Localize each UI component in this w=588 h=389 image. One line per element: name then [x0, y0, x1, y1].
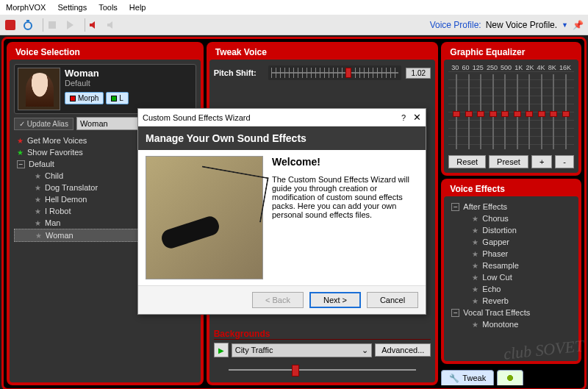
menu-morphvox[interactable]: MorphVOX: [6, 3, 46, 12]
stopwatch-icon[interactable]: [22, 19, 34, 31]
svg-rect-2: [26, 20, 29, 21]
effect-phaser[interactable]: ★Phaser: [448, 248, 574, 260]
update-alias-button[interactable]: ✓ Update Alias: [14, 118, 74, 130]
preferences-icon[interactable]: [4, 19, 16, 31]
eq-reset-button[interactable]: Reset: [448, 155, 486, 168]
backgrounds-header: Backgrounds: [214, 329, 431, 340]
gear-icon: [505, 373, 515, 383]
equalizer-panel: Graphic Equalizer 30601252505001K2K4K8K1…: [441, 42, 581, 176]
eq-band-125[interactable]: [476, 74, 486, 149]
eq-minus-button[interactable]: -: [555, 155, 574, 168]
next-button[interactable]: Next >: [309, 292, 361, 308]
menu-bar: MorphVOX Settings Tools Help: [0, 0, 588, 15]
svg-rect-0: [5, 20, 15, 30]
effect-lowcut[interactable]: ★Low Cut: [448, 271, 574, 283]
effect-distortion[interactable]: ★Distortion: [448, 224, 574, 236]
svg-point-1: [24, 22, 32, 29]
dialog-header: Manage Your Own Sound Effects: [138, 126, 426, 150]
speaker-icon[interactable]: [106, 19, 118, 31]
wrench-icon: 🔧: [449, 374, 459, 383]
eq-band-4k[interactable]: [537, 74, 547, 149]
chevron-down-icon[interactable]: ▼: [562, 21, 568, 29]
avatar: [18, 68, 60, 110]
voice-effects-panel: Voice Effects −After Effects ★Chorus ★Di…: [441, 179, 581, 364]
stop-icon[interactable]: [46, 19, 58, 31]
pin-icon[interactable]: 📌: [573, 20, 584, 30]
morph-button[interactable]: Morph: [65, 92, 104, 104]
pitch-slider[interactable]: [268, 65, 402, 80]
eq-band-8k[interactable]: [548, 74, 559, 149]
eq-band-30[interactable]: [451, 74, 462, 149]
play-icon[interactable]: [64, 19, 76, 31]
panel-title: Tweak Voice: [209, 45, 436, 60]
eq-band-500[interactable]: [500, 74, 510, 149]
eq-band-2k[interactable]: [524, 74, 534, 149]
bottom-tabs: 🔧Tweak: [441, 370, 581, 385]
menu-tools[interactable]: Tools: [98, 3, 118, 12]
effect-resample[interactable]: ★Resample: [448, 260, 574, 271]
dialog-body-text: The Custom Sound Effects Wizard will gui…: [272, 175, 418, 219]
current-voice-name: Woman: [65, 68, 193, 79]
voice-profile-label: Voice Profile:: [430, 20, 481, 30]
pitch-label: Pitch Shift:: [214, 68, 264, 77]
eq-plus-button[interactable]: +: [531, 155, 552, 168]
effect-chorus[interactable]: ★Chorus: [448, 213, 574, 224]
eq-sliders: [448, 71, 574, 152]
separator: [43, 18, 43, 32]
listen-button[interactable]: L: [106, 92, 129, 104]
dialog-close-button[interactable]: ✕: [413, 112, 421, 123]
toolbar: Voice Profile: New Voice Profile. ▼ 📌: [0, 15, 588, 35]
mute-icon[interactable]: [88, 19, 100, 31]
pitch-value[interactable]: 1.02: [406, 68, 431, 79]
effect-monotone[interactable]: ★Monotone: [448, 318, 574, 330]
background-play-button[interactable]: ▶: [214, 343, 229, 357]
separator: [85, 18, 85, 32]
effects-group-after[interactable]: −After Effects: [448, 201, 574, 213]
panel-title: Voice Effects: [444, 182, 578, 196]
chevron-down-icon: ⌄: [362, 346, 368, 355]
back-button: < Back: [252, 292, 304, 308]
voice-profile-value[interactable]: New Voice Profile.: [486, 20, 557, 30]
current-voice-subtitle: Default: [65, 79, 193, 88]
effects-group-vocal-tract[interactable]: −Vocal Tract Effects: [448, 307, 574, 318]
background-volume-slider[interactable]: [214, 362, 431, 378]
advanced-button[interactable]: Advanced...: [375, 343, 431, 357]
sound-effects-wizard-dialog: Custom Sound Effects Wizard ? ✕ Manage Y…: [137, 108, 426, 315]
tab-tweak[interactable]: 🔧Tweak: [441, 370, 494, 385]
dialog-help-button[interactable]: ?: [401, 113, 406, 122]
effect-echo[interactable]: ★Echo: [448, 283, 574, 295]
microphone-image: [146, 156, 263, 279]
menu-help[interactable]: Help: [129, 3, 146, 12]
menu-settings[interactable]: Settings: [57, 3, 87, 12]
effect-reverb[interactable]: ★Reverb: [448, 295, 574, 307]
tab-manage[interactable]: [497, 370, 523, 385]
record-icon: [70, 96, 76, 101]
eq-band-60[interactable]: [464, 74, 474, 149]
eq-band-1k[interactable]: [512, 74, 523, 149]
background-select[interactable]: City Traffic⌄: [232, 343, 373, 357]
effect-gapper[interactable]: ★Gapper: [448, 236, 574, 248]
eq-band-labels: 30601252505001K2K4K8K16K: [448, 64, 574, 71]
play-icon: [111, 96, 117, 101]
panel-title: Graphic Equalizer: [444, 45, 578, 60]
eq-band-16k[interactable]: [561, 74, 571, 149]
panel-title: Voice Selection: [10, 45, 201, 60]
cancel-button[interactable]: Cancel: [367, 292, 418, 308]
svg-rect-3: [49, 21, 56, 29]
eq-preset-button[interactable]: Preset: [489, 155, 528, 168]
dialog-welcome-heading: Welcome!: [272, 156, 418, 168]
current-voice-header: Woman Default Morph L: [14, 64, 196, 114]
eq-band-250[interactable]: [488, 74, 498, 149]
dialog-title: Custom Sound Effects Wizard: [143, 113, 251, 122]
